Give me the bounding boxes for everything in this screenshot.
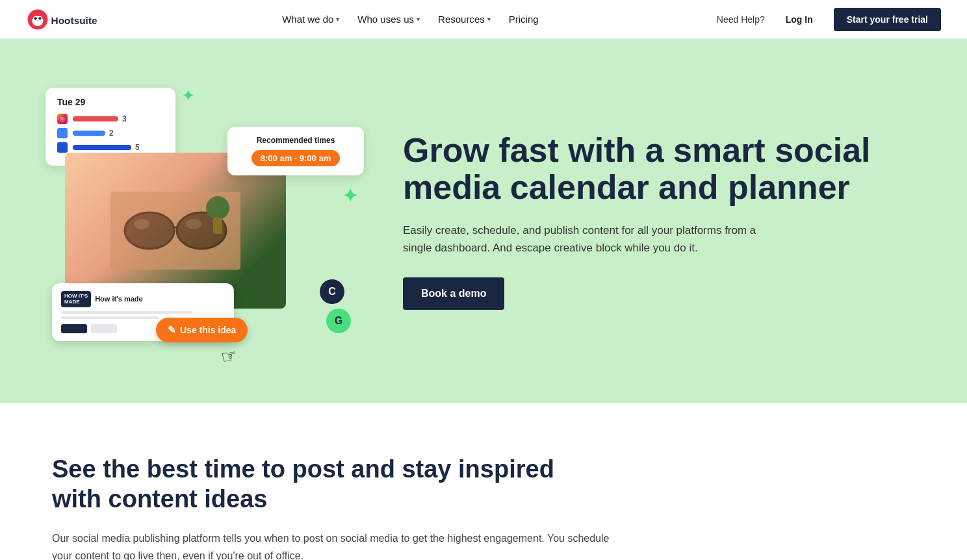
- nav-resources[interactable]: Resources ▾: [430, 8, 498, 30]
- platform-icon: [57, 128, 68, 138]
- calendar-bar: [73, 131, 105, 136]
- section2-title: See the best time to post and stay inspi…: [52, 455, 572, 514]
- calendar-date: Tue 29: [57, 97, 164, 107]
- svg-rect-17: [213, 218, 222, 234]
- nav-who-uses-us[interactable]: Who uses us ▾: [350, 8, 428, 30]
- calendar-bar: [73, 116, 118, 121]
- svg-point-15: [186, 219, 201, 229]
- use-idea-header: HOW IT'S MADE How it's made: [61, 291, 225, 307]
- book-demo-button[interactable]: Book a demo: [403, 277, 504, 310]
- sparkle-icon: ✦: [342, 185, 357, 207]
- calendar-count: 3: [122, 114, 127, 123]
- recommended-times-card: Recommended times 8:00 am - 9:00 am: [227, 127, 364, 175]
- navbar: Hootsuite What we do ▾ Who uses us ▾ Res…: [0, 0, 967, 39]
- chevron-down-icon: ▾: [487, 16, 491, 23]
- calendar-count: 5: [135, 143, 140, 152]
- hero-content: Grow fast with a smart social media cale…: [403, 132, 915, 311]
- logo[interactable]: Hootsuite: [26, 8, 104, 31]
- nav-what-we-do[interactable]: What we do ▾: [274, 8, 347, 30]
- sparkle-icon: ✦: [182, 88, 194, 105]
- svg-point-14: [134, 219, 149, 229]
- cursor-icon: ☞: [219, 344, 239, 368]
- calendar-bar: [73, 145, 131, 150]
- calendar-row: 5: [57, 142, 164, 153]
- start-trial-button[interactable]: Start your free trial: [834, 8, 941, 31]
- recommended-time-value: 8:00 am - 9:00 am: [251, 150, 340, 166]
- edit-icon: ✎: [168, 324, 176, 336]
- calendar-count: 2: [109, 129, 114, 138]
- nav-links: What we do ▾ Who uses us ▾ Resources ▾ P…: [274, 8, 547, 30]
- svg-point-11: [125, 212, 174, 249]
- instagram-icon: ◎: [57, 114, 68, 124]
- svg-point-16: [206, 196, 229, 220]
- recommended-times-title: Recommended times: [239, 136, 352, 145]
- use-idea-card-title: How it's made: [95, 295, 143, 303]
- nav-pricing[interactable]: Pricing: [501, 8, 547, 30]
- section2: See the best time to post and stay inspi…: [0, 403, 967, 560]
- platform-icon: [57, 142, 68, 153]
- use-this-idea-button[interactable]: ✎ Use this idea: [156, 318, 248, 342]
- how-badge: HOW IT'S MADE: [61, 291, 91, 307]
- chevron-down-icon: ▾: [417, 16, 420, 23]
- calendar-row: ◎ 3: [57, 114, 164, 124]
- avatar: G: [326, 309, 351, 333]
- hero-description: Easily create, schedule, and publish con…: [403, 222, 780, 257]
- section2-description: Our social media publishing platform tel…: [52, 529, 611, 560]
- hero-section: ✦ ✦ ✦ Tue 29 ◎ 3 2: [0, 39, 967, 403]
- login-button[interactable]: Log In: [775, 9, 823, 30]
- avatar: C: [320, 279, 344, 304]
- nav-right: Need Help? Log In Start your free trial: [717, 8, 941, 31]
- chevron-down-icon: ▾: [336, 16, 339, 23]
- hero-title: Grow fast with a smart social media cale…: [403, 132, 915, 206]
- calendar-row: 2: [57, 128, 164, 138]
- svg-text:Hootsuite: Hootsuite: [51, 14, 97, 25]
- svg-point-5: [38, 17, 41, 19]
- hero-illustration: ✦ ✦ ✦ Tue 29 ◎ 3 2: [39, 81, 377, 361]
- svg-point-4: [34, 17, 36, 19]
- need-help-link[interactable]: Need Help?: [717, 14, 765, 25]
